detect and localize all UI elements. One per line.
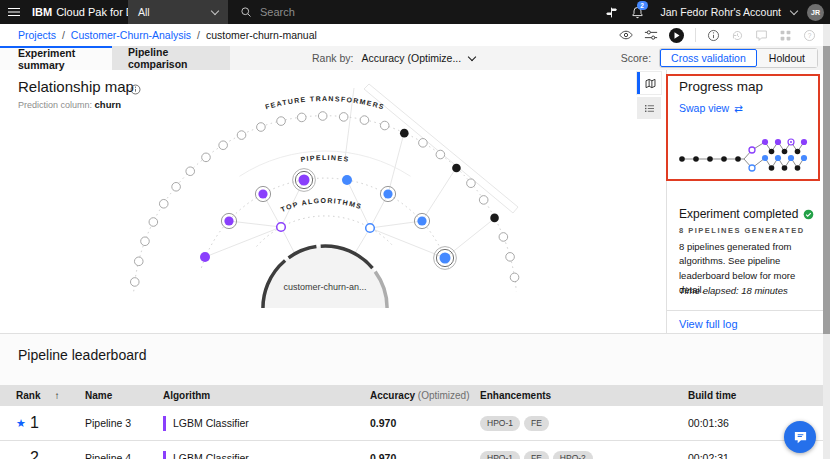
progress-step-node: [795, 149, 801, 155]
map-connector-line: [388, 133, 404, 194]
view-full-log-link[interactable]: View full log: [679, 318, 738, 330]
comments-button[interactable]: [755, 29, 768, 42]
accuracy-header-suffix: (Optimized): [418, 390, 470, 401]
feature-transformer-node: [452, 164, 461, 173]
pipeline-node[interactable]: [200, 252, 210, 262]
pipeline-node[interactable]: [258, 189, 267, 198]
account-menu[interactable]: Jan Fedor Rohr's Account: [653, 6, 787, 18]
column-name: Name: [85, 390, 163, 401]
feature-transformer-node: [149, 218, 158, 227]
svg-text:?: ?: [808, 31, 812, 38]
chevron-down-icon: [468, 52, 476, 60]
rank-by-value: Accuracy (Optimize...: [361, 52, 461, 64]
favorite-star-icon[interactable]: ★: [16, 417, 30, 430]
search-icon: [240, 6, 252, 18]
help-button[interactable]: ?: [803, 29, 816, 42]
leaderboard-rows: ★1Pipeline 3LGBM Classifier0.970HPO-1FE0…: [0, 406, 830, 459]
algorithm-node[interactable]: [277, 223, 286, 232]
map-connector-line: [263, 194, 281, 227]
list-icon: [644, 103, 655, 114]
table-row[interactable]: 2Pipeline 4LGBM Classifier0.970HPO-1FEHP…: [0, 441, 830, 459]
scope-dropdown-value: All: [138, 6, 150, 18]
column-enhancements: Enhancements: [480, 390, 688, 401]
holdout-button[interactable]: Holdout: [757, 49, 817, 67]
enhancement-badge: FE: [524, 416, 549, 431]
accuracy-value: 0.970: [370, 452, 480, 459]
support-chat-button[interactable]: [784, 421, 816, 453]
feature-transformer-node: [479, 196, 488, 205]
progress-step-node: [679, 156, 685, 162]
notifications-button[interactable]: 2: [627, 0, 649, 24]
tab-bar: Experiment summary Pipeline comparison R…: [0, 46, 830, 70]
pipeline-node[interactable]: [440, 253, 451, 264]
sort-ascending-icon[interactable]: ↑: [54, 390, 59, 401]
relationship-map-visualization[interactable]: FEATURE TRANSFORMERSPIPELINESTOP ALGORIT…: [0, 70, 650, 308]
pipeline-name[interactable]: Pipeline 3: [85, 417, 163, 429]
rank-value: 1: [30, 414, 39, 432]
rank-value: 2: [30, 449, 39, 459]
pipeline-node[interactable]: [342, 175, 352, 185]
progress-step-node: [735, 156, 741, 162]
pipeline-node[interactable]: [383, 189, 392, 198]
feature-transformer-node: [130, 278, 139, 287]
column-rank: Rank ↑: [16, 390, 85, 401]
settings-button[interactable]: [644, 28, 658, 42]
eye-icon: [619, 28, 633, 42]
preview-button[interactable]: [619, 28, 633, 42]
pipeline-node[interactable]: [224, 216, 233, 225]
search-input[interactable]: Search: [240, 0, 295, 24]
info-icon: [707, 29, 720, 42]
directions-button[interactable]: [601, 0, 623, 24]
play-icon: [674, 32, 680, 39]
feature-transformer-node: [380, 121, 389, 130]
rank-cell: ★1: [16, 414, 85, 432]
pipeline-progress-node: [801, 155, 807, 161]
enhancement-badge: FE: [524, 451, 549, 459]
progress-step-node: [795, 165, 801, 171]
avatar[interactable]: JR: [807, 4, 824, 21]
tab-pipeline-comparison[interactable]: Pipeline comparison: [112, 46, 230, 70]
progress-step-node: [782, 165, 788, 171]
pipeline-node[interactable]: [299, 175, 310, 186]
cross-validation-button[interactable]: Cross validation: [660, 49, 757, 67]
experiment-center-node[interactable]: [263, 246, 387, 308]
search-placeholder: Search: [260, 6, 295, 18]
scope-dropdown[interactable]: All: [128, 0, 228, 24]
history-button[interactable]: [731, 29, 744, 42]
table-row[interactable]: ★1Pipeline 3LGBM Classifier0.970HPO-1FE0…: [0, 406, 830, 441]
progress-step-node: [782, 149, 788, 155]
info-button[interactable]: [707, 29, 720, 42]
feature-transformer-node: [490, 214, 499, 223]
accuracy-value: 0.970: [370, 417, 480, 429]
feature-transformer-node: [506, 253, 515, 262]
run-button[interactable]: [669, 28, 684, 43]
branch-start-node: [749, 147, 755, 153]
rank-by-dropdown[interactable]: Rank by: Accuracy (Optimize...: [312, 46, 475, 70]
breadcrumb-project-name[interactable]: Customer-Churn-Analysis: [71, 29, 191, 41]
sliders-icon: [644, 28, 658, 42]
chevron-down-icon[interactable]: [790, 6, 798, 14]
feature-transformer-node: [134, 257, 143, 266]
rank-header-label: Rank: [16, 390, 40, 401]
progress-map-visualization[interactable]: [675, 134, 817, 180]
feature-transformer-node: [202, 153, 211, 162]
header-right-cluster: 2 Jan Fedor Rohr's Account JR: [601, 0, 824, 24]
tab-experiment-summary[interactable]: Experiment summary: [0, 46, 112, 70]
apps-button[interactable]: [779, 29, 792, 42]
rank-cell: 2: [16, 449, 85, 459]
branch-start-node: [749, 165, 755, 171]
leaderboard-title: Pipeline leaderboard: [18, 347, 146, 363]
menu-button[interactable]: [0, 0, 28, 24]
feature-transformer-node: [297, 113, 306, 122]
algorithm-node[interactable]: [366, 224, 375, 233]
list-view-button[interactable]: [637, 97, 661, 119]
swap-view-link[interactable]: Swap view ⇄: [679, 102, 743, 114]
breadcrumb-toolbar-row: Projects / Customer-Churn-Analysis / cus…: [0, 24, 830, 46]
scrollbar-thumb[interactable]: [823, 46, 830, 334]
breadcrumb-projects[interactable]: Projects: [18, 29, 56, 41]
pipeline-node[interactable]: [417, 216, 426, 225]
pipeline-name[interactable]: Pipeline 4: [85, 452, 163, 459]
map-view-button[interactable]: [637, 72, 661, 94]
progress-step-node: [721, 156, 727, 162]
progress-step-node: [769, 165, 775, 171]
